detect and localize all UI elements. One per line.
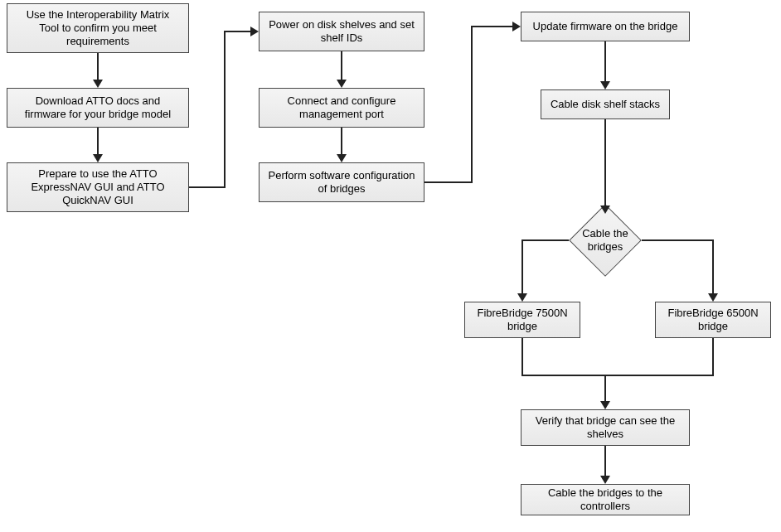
node-process: Connect and configure management port (259, 88, 424, 128)
edge (712, 338, 714, 376)
node-process: FibreBridge 7500N bridge (464, 302, 580, 338)
node-label: Connect and configure management port (268, 94, 415, 122)
node-process: Use the Interoperability Matrix Tool to … (7, 3, 189, 53)
flowchart-container: { "chart_data": { "type": "flowchart", "… (0, 0, 781, 532)
node-label: Cable the bridges to the controllers (530, 486, 681, 514)
edge (341, 128, 342, 154)
edge (424, 181, 473, 183)
edge (341, 51, 342, 80)
arrow-down-icon (93, 80, 103, 88)
node-process: Download ATTO docs and firmware for your… (7, 88, 189, 128)
arrow-right-icon (250, 27, 259, 36)
edge (604, 446, 606, 476)
node-label: FibreBridge 7500N bridge (473, 307, 571, 334)
edge (642, 239, 713, 241)
node-decision: Cable the bridges (565, 209, 645, 272)
arrow-down-icon (708, 293, 718, 302)
arrow-right-icon (512, 22, 521, 31)
node-label: Verify that bridge can see the shelves (530, 414, 681, 442)
arrow-down-icon (517, 293, 527, 302)
edge (97, 53, 99, 80)
node-process: Power on disk shelves and set shelf IDs (259, 12, 424, 51)
edge (522, 239, 569, 241)
arrow-down-icon (600, 401, 610, 409)
edge (224, 31, 226, 188)
arrow-down-icon (600, 206, 610, 214)
edge (604, 41, 606, 81)
arrow-down-icon (337, 154, 347, 162)
edge (521, 375, 714, 376)
node-label: Cable disk shelf stacks (551, 98, 660, 111)
arrow-down-icon (337, 80, 347, 88)
edge (604, 119, 606, 206)
node-label: Prepare to use the ATTO ExpressNAV GUI a… (16, 167, 180, 208)
node-process: Perform software configuration of bridge… (259, 162, 424, 202)
arrow-down-icon (93, 154, 103, 162)
node-process: Cable disk shelf stacks (541, 89, 670, 119)
node-label: Download ATTO docs and firmware for your… (16, 94, 180, 122)
node-label: Perform software configuration of bridge… (268, 169, 415, 196)
node-label: Cable the bridges (578, 227, 633, 253)
node-process: Prepare to use the ATTO ExpressNAV GUI a… (7, 162, 189, 212)
node-process: Cable the bridges to the controllers (521, 484, 690, 515)
edge (226, 31, 250, 32)
node-process: Update firmware on the bridge (521, 12, 690, 41)
node-label: Update firmware on the bridge (533, 20, 678, 33)
edge (712, 239, 714, 293)
edge (189, 186, 226, 188)
node-label: FibreBridge 6500N bridge (664, 307, 762, 334)
node-label: Power on disk shelves and set shelf IDs (268, 18, 415, 46)
edge (97, 128, 99, 154)
edge (471, 26, 473, 183)
arrow-down-icon (600, 81, 610, 89)
node-process: FibreBridge 6500N bridge (655, 302, 771, 338)
node-process: Verify that bridge can see the shelves (521, 409, 690, 446)
edge (604, 376, 606, 401)
edge (473, 26, 512, 27)
edge (521, 338, 523, 376)
edge (521, 239, 523, 293)
node-label: Use the Interoperability Matrix Tool to … (16, 8, 180, 49)
arrow-down-icon (600, 476, 610, 484)
